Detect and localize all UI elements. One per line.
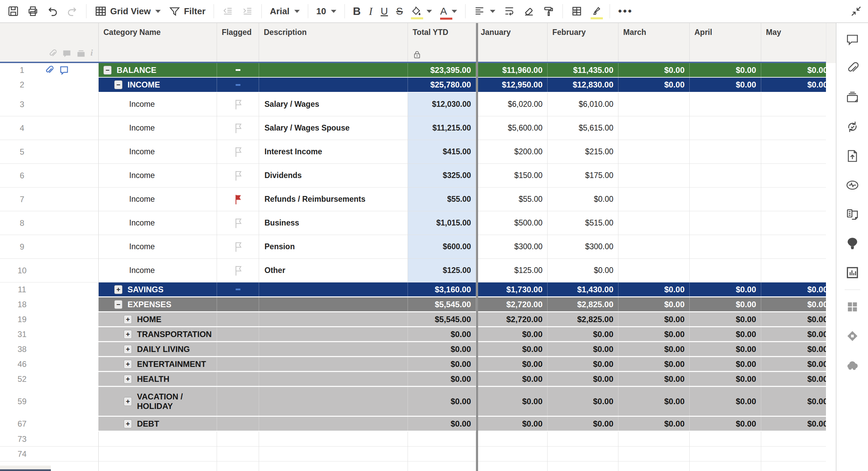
row-number[interactable]: 11 xyxy=(0,285,44,294)
row-gutter[interactable]: 3 xyxy=(0,93,99,116)
cell-description[interactable]: Salary / Wages xyxy=(259,93,408,116)
cell-flagged[interactable] xyxy=(217,188,259,211)
row-gutter[interactable]: 6 xyxy=(0,164,99,187)
cell-month-jan[interactable]: $1,730.00 xyxy=(476,282,548,296)
cell-description[interactable] xyxy=(259,282,408,296)
row-number[interactable]: 52 xyxy=(0,374,44,384)
expand-button[interactable]: + xyxy=(124,419,132,428)
cell-month-feb[interactable]: $0.00 xyxy=(548,342,618,356)
save-button[interactable] xyxy=(7,5,19,17)
cell-description[interactable]: Dividends xyxy=(259,164,408,187)
cell-category[interactable] xyxy=(99,432,217,446)
column-header-may[interactable]: May xyxy=(761,23,826,62)
cell-month-mar[interactable] xyxy=(618,93,690,116)
row-gutter[interactable]: 19 xyxy=(0,312,99,326)
cell-month-feb[interactable]: $515.00 xyxy=(548,211,618,235)
collapse-button[interactable]: − xyxy=(114,80,122,89)
cell-category[interactable]: Income xyxy=(99,211,217,235)
row-number[interactable]: 46 xyxy=(0,359,44,369)
expand-button[interactable]: + xyxy=(124,397,132,406)
cell-description[interactable]: Salary / Wages Spouse xyxy=(259,116,408,140)
cell-month-jan[interactable]: $0.00 xyxy=(476,417,548,431)
cell-month-may[interactable] xyxy=(761,188,826,211)
cell-total-ytd[interactable]: $125.00 xyxy=(408,259,476,282)
row-number[interactable]: 4 xyxy=(0,123,44,133)
cell-month-mar[interactable] xyxy=(618,164,690,187)
cell-month-mar[interactable]: $0.00 xyxy=(618,342,690,356)
cell-category[interactable]: +TRANSPORTATION xyxy=(99,327,217,341)
cell-month-jan[interactable] xyxy=(476,432,548,446)
cell-month-mar[interactable] xyxy=(618,462,690,471)
column-header-category[interactable]: Category Name xyxy=(99,23,217,62)
cell-month-jan[interactable]: $6,020.00 xyxy=(476,93,548,116)
cell-month-feb[interactable]: $6,010.00 xyxy=(548,93,618,116)
cell-total-ytd[interactable]: $5,545.00 xyxy=(408,297,476,311)
filter-button[interactable]: Filter xyxy=(169,5,205,17)
cell-month-feb[interactable]: $0.00 xyxy=(548,357,618,371)
column-header-apr[interactable]: April xyxy=(690,23,761,62)
whats-new-icon[interactable] xyxy=(845,236,860,251)
cell-month-may[interactable] xyxy=(761,93,826,116)
cell-category[interactable]: +HOME xyxy=(99,312,217,326)
cell-month-feb[interactable] xyxy=(548,462,618,471)
align-button[interactable] xyxy=(474,5,495,17)
cell-month-mar[interactable] xyxy=(618,447,690,461)
cell-month-apr[interactable]: $0.00 xyxy=(690,417,761,431)
cell-total-ytd[interactable] xyxy=(408,447,476,461)
cell-total-ytd[interactable]: $12,030.00 xyxy=(408,93,476,116)
publish-icon[interactable] xyxy=(845,149,860,163)
cell-month-apr[interactable] xyxy=(690,211,761,235)
cell-flagged[interactable] xyxy=(217,447,259,461)
cell-month-apr[interactable] xyxy=(690,462,761,471)
cell-month-mar[interactable] xyxy=(618,140,690,163)
cell-category[interactable]: +DAILY LIVING xyxy=(99,342,217,356)
cell-total-ytd[interactable]: $0.00 xyxy=(408,342,476,356)
cell-month-apr[interactable]: $0.00 xyxy=(690,78,761,92)
cell-total-ytd[interactable] xyxy=(408,462,476,471)
cell-month-mar[interactable] xyxy=(618,235,690,258)
cell-month-jan[interactable]: $300.00 xyxy=(476,235,548,258)
cell-flagged[interactable] xyxy=(217,372,259,386)
row-gutter[interactable]: 59 xyxy=(0,387,99,416)
cell-total-ytd[interactable]: $0.00 xyxy=(408,387,476,416)
expand-button[interactable]: + xyxy=(124,345,132,354)
cell-month-jan[interactable]: $5,600.00 xyxy=(476,116,548,140)
cell-month-may[interactable]: $0.00 xyxy=(761,78,826,92)
cell-description[interactable] xyxy=(259,462,408,471)
cell-month-apr[interactable] xyxy=(690,447,761,461)
cell-total-ytd[interactable]: $325.00 xyxy=(408,164,476,187)
row-number[interactable]: 7 xyxy=(0,195,44,204)
cell-month-mar[interactable]: $0.00 xyxy=(618,78,690,92)
cell-total-ytd[interactable]: $1,015.00 xyxy=(408,211,476,235)
cell-month-feb[interactable]: $12,830.00 xyxy=(548,78,618,92)
cell-total-ytd[interactable]: $55.00 xyxy=(408,188,476,211)
comments-icon[interactable] xyxy=(845,32,860,47)
cell-month-mar[interactable]: $0.00 xyxy=(618,312,690,326)
row-number[interactable]: 10 xyxy=(0,266,44,275)
row-gutter[interactable]: 4 xyxy=(0,116,99,140)
cell-month-apr[interactable] xyxy=(690,235,761,258)
redo-button[interactable] xyxy=(66,5,78,17)
cell-month-may[interactable] xyxy=(761,462,826,471)
cell-month-may[interactable]: $0.00 xyxy=(761,282,826,296)
cell-month-jan[interactable]: $55.00 xyxy=(476,188,548,211)
cell-month-feb[interactable]: $2,825.00 xyxy=(548,312,618,326)
cell-month-jan[interactable]: $500.00 xyxy=(476,211,548,235)
apps-grid-icon[interactable] xyxy=(845,299,860,314)
cell-category[interactable] xyxy=(99,447,217,461)
row-number[interactable]: 73 xyxy=(0,434,44,444)
cell-month-feb[interactable]: $11,435.00 xyxy=(548,63,618,77)
cell-month-apr[interactable]: $0.00 xyxy=(690,297,761,311)
row-gutter[interactable]: 5 xyxy=(0,140,99,163)
italic-button[interactable]: I xyxy=(369,5,373,18)
cell-month-mar[interactable]: $0.00 xyxy=(618,327,690,341)
strikethrough-button[interactable]: S xyxy=(396,5,403,17)
cell-month-feb[interactable]: $0.00 xyxy=(548,188,618,211)
cell-month-jan[interactable]: $2,720.00 xyxy=(476,297,548,311)
row-number[interactable]: 18 xyxy=(0,300,44,309)
cell-month-feb[interactable]: $0.00 xyxy=(548,372,618,386)
cell-flagged[interactable] xyxy=(217,235,259,258)
cell-description[interactable] xyxy=(259,312,408,326)
row-number[interactable]: 19 xyxy=(0,315,44,324)
cell-category[interactable]: +VACATION / HOLIDAY xyxy=(99,387,217,416)
